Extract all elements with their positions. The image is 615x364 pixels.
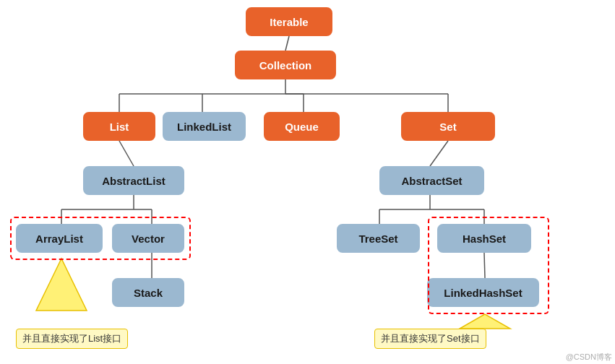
tooltip-left: 并且直接实现了List接口 — [16, 329, 128, 349]
node-set: Set — [401, 112, 495, 141]
svg-line-22 — [484, 253, 485, 278]
node-abstractset: AbstractSet — [379, 166, 484, 195]
node-linkedlist: LinkedList — [163, 112, 246, 141]
svg-line-9 — [119, 141, 134, 166]
node-linkedhashset: LinkedHashSet — [427, 278, 539, 307]
node-stack: Stack — [112, 278, 184, 307]
tooltip-right: 并且直接实现了Set接口 — [374, 329, 486, 349]
node-queue: Queue — [264, 112, 340, 141]
node-hashset: HashSet — [437, 224, 531, 253]
watermark: @CSDN博客 — [566, 352, 612, 363]
node-abstractlist: AbstractList — [83, 166, 184, 195]
svg-line-16 — [430, 141, 448, 166]
diagram: Iterable Collection List LinkedList Queu… — [0, 0, 615, 364]
node-iterable: Iterable — [246, 7, 332, 36]
node-arraylist: ArrayList — [16, 224, 103, 253]
svg-line-0 — [285, 36, 289, 51]
node-collection: Collection — [235, 51, 336, 79]
svg-marker-24 — [460, 314, 510, 329]
node-list: List — [83, 112, 155, 141]
node-treeset: TreeSet — [337, 224, 420, 253]
node-vector: Vector — [112, 224, 184, 253]
svg-marker-23 — [36, 259, 87, 311]
